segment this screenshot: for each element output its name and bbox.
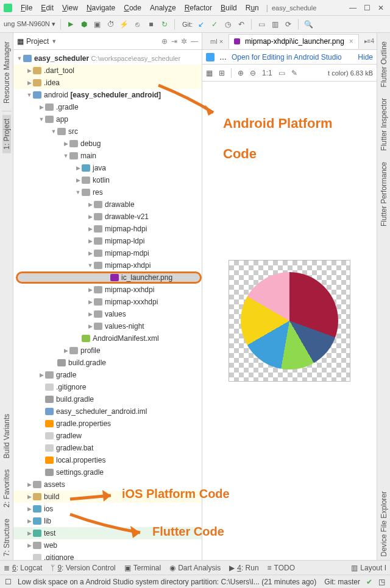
- menu-navigate[interactable]: Navigate: [83, 2, 119, 13]
- rail-structure[interactable]: 7: Structure: [2, 515, 11, 560]
- hide-link[interactable]: Hide: [358, 53, 373, 61]
- menubar: FFileile Edit View Navigate Code Analyze…: [0, 0, 390, 16]
- editor-area: ml × mipmap-xhdpi\ic_launcher.png × ▸≡4 …: [202, 33, 377, 560]
- menu-file[interactable]: FFileile: [17, 2, 36, 13]
- zoom-in-icon[interactable]: ⊕: [238, 69, 244, 77]
- dots: …: [219, 53, 227, 61]
- breadcrumb: easy_schedule: [272, 4, 316, 12]
- tab-inactive[interactable]: ml ×: [205, 34, 229, 49]
- git-update-icon[interactable]: ↙: [196, 19, 206, 29]
- flutter-icon: [206, 53, 214, 61]
- search-icon[interactable]: 🔍: [303, 19, 313, 29]
- zoom-ratio[interactable]: 1:1: [262, 69, 272, 77]
- menu-edit[interactable]: Edit: [37, 2, 57, 13]
- menu-build[interactable]: Build: [217, 2, 241, 13]
- rail-device-explorer[interactable]: Device File Explorer: [380, 488, 388, 560]
- tool-version-control[interactable]: ᛘ 9: Version Control: [51, 564, 115, 572]
- transparency-checker: [229, 260, 350, 382]
- sync-icon[interactable]: ⟳: [283, 19, 293, 29]
- rail-favorites[interactable]: 2: Favorites: [2, 466, 11, 511]
- tab-active[interactable]: mipmap-xhdpi\ic_launcher.png ×: [229, 34, 359, 49]
- tool-todo[interactable]: ≡ TODO: [268, 564, 295, 572]
- png-icon: [234, 38, 240, 44]
- menu-refactor[interactable]: Refactor: [181, 2, 216, 13]
- root-name[interactable]: easy_scheduler: [34, 54, 89, 63]
- fit-icon[interactable]: ▭: [278, 69, 285, 77]
- tool-dart-analysis[interactable]: ◉ Dart Analysis: [169, 564, 221, 572]
- git-label: Git:: [182, 21, 193, 28]
- device-selector[interactable]: ung SM-N960N ▾: [4, 20, 55, 28]
- git-revert-icon[interactable]: ↶: [236, 19, 246, 29]
- android-studio-logo: [4, 4, 12, 12]
- menu-code[interactable]: Code: [120, 2, 145, 13]
- open-in-studio-link[interactable]: Open for Editing in Android Studio: [232, 53, 342, 61]
- coverage-icon[interactable]: ▣: [93, 19, 102, 29]
- hide-icon[interactable]: —: [191, 37, 198, 46]
- rail-resource-manager[interactable]: Resource Manager: [2, 38, 11, 107]
- tool-layout-inspector[interactable]: ▥ Layout I: [351, 564, 386, 572]
- rail-flutter-outline[interactable]: Flutter Outline: [380, 38, 388, 91]
- git-branch[interactable]: Git: master: [324, 578, 360, 586]
- module-icon: [33, 91, 41, 99]
- checker-icon[interactable]: ⊞: [219, 69, 225, 77]
- image-toolbar: ▦ ⊞ ⊕ ⊖ 1:1 ▭ ✎ t color) 6.83 kB: [202, 65, 377, 82]
- project-view-label[interactable]: Project: [26, 37, 49, 46]
- status-indicator-icon[interactable]: ◳: [378, 578, 385, 586]
- tab-label: mipmap-xhdpi\ic_launcher.png: [245, 37, 344, 46]
- status-icon: ☐: [5, 578, 12, 586]
- image-info: t color) 6.83 kB: [328, 69, 373, 77]
- sdk-icon[interactable]: ▥: [270, 19, 280, 29]
- rail-build-variants[interactable]: Build Variants: [2, 410, 11, 462]
- left-tool-rail: Resource Manager 1: Project Build Varian…: [0, 33, 13, 560]
- project-header: ▦ Project ▼ ⊕ ⇥ ✲ —: [13, 33, 202, 50]
- window-close[interactable]: ✕: [378, 4, 384, 12]
- menu-run[interactable]: Run: [242, 2, 263, 13]
- restart-icon[interactable]: ↻: [160, 19, 169, 29]
- hot-reload-icon[interactable]: ⚡: [119, 19, 129, 29]
- manifest-icon: [82, 335, 90, 342]
- right-tool-rail: Flutter Outline Flutter Inspector Flutte…: [377, 33, 390, 560]
- git-commit-icon[interactable]: ✓: [210, 19, 219, 29]
- collapse-icon[interactable]: ⇥: [171, 37, 177, 46]
- dropdown-icon[interactable]: ▼: [51, 38, 57, 44]
- tool-logcat[interactable]: ≣ 6: Logcat: [4, 564, 42, 572]
- pie-chart-image: [241, 272, 338, 369]
- attach-icon[interactable]: ⎋: [133, 19, 143, 29]
- status-message: Low disk space on a Android Studio syste…: [18, 578, 316, 586]
- menu-view[interactable]: View: [58, 2, 82, 13]
- menu-analyze[interactable]: Analyze: [146, 2, 180, 13]
- rail-flutter-performance[interactable]: Flutter Performance: [380, 158, 388, 230]
- bottom-toolbar: ≣ 6: Logcat ᛘ 9: Version Control ▣ Termi…: [0, 560, 390, 575]
- git-history-icon[interactable]: ◷: [223, 19, 233, 29]
- profile-icon[interactable]: ⏱: [106, 19, 116, 29]
- window-minimize[interactable]: —: [349, 4, 356, 12]
- editor-tabs: ml × mipmap-xhdpi\ic_launcher.png × ▸≡4: [202, 33, 377, 50]
- project-tree[interactable]: ▼easy_scheduler C:\workspace\easy_schedu…: [13, 50, 202, 560]
- gear-icon[interactable]: ✲: [181, 37, 187, 46]
- stop-icon[interactable]: ■: [146, 19, 156, 29]
- close-tab-icon[interactable]: ×: [349, 37, 353, 46]
- rail-flutter-inspector[interactable]: Flutter Inspector: [380, 94, 388, 155]
- rail-project[interactable]: 1: Project: [2, 115, 11, 153]
- project-view-icon: ▦: [17, 37, 24, 46]
- tool-terminal[interactable]: ▣ Terminal: [124, 564, 161, 572]
- run-button[interactable]: ▶: [66, 19, 76, 29]
- editor-infobar: … Open for Editing in Android Studio Hid…: [202, 50, 377, 65]
- avd-icon[interactable]: ▭: [257, 19, 266, 29]
- debug-button[interactable]: ⬢: [79, 19, 89, 29]
- tab-overflow[interactable]: ▸≡4: [364, 38, 377, 44]
- tool-run[interactable]: ▶ 4: Run: [229, 564, 258, 572]
- pipette-icon[interactable]: ✎: [291, 69, 297, 77]
- image-canvas[interactable]: [202, 82, 377, 560]
- gradle-icon: [57, 359, 66, 366]
- window-maximize[interactable]: ☐: [364, 4, 370, 12]
- locate-icon[interactable]: ⊕: [161, 37, 168, 46]
- folder-icon: [33, 67, 41, 74]
- grid-icon[interactable]: ▦: [206, 69, 213, 77]
- status-check-icon[interactable]: ✔: [366, 578, 372, 586]
- menu-separator: |: [266, 4, 268, 12]
- png-icon: [110, 274, 119, 281]
- project-panel: ▦ Project ▼ ⊕ ⇥ ✲ — ▼easy_scheduler C:\w…: [13, 33, 202, 560]
- folder-icon: [33, 79, 41, 86]
- zoom-out-icon[interactable]: ⊖: [250, 69, 256, 77]
